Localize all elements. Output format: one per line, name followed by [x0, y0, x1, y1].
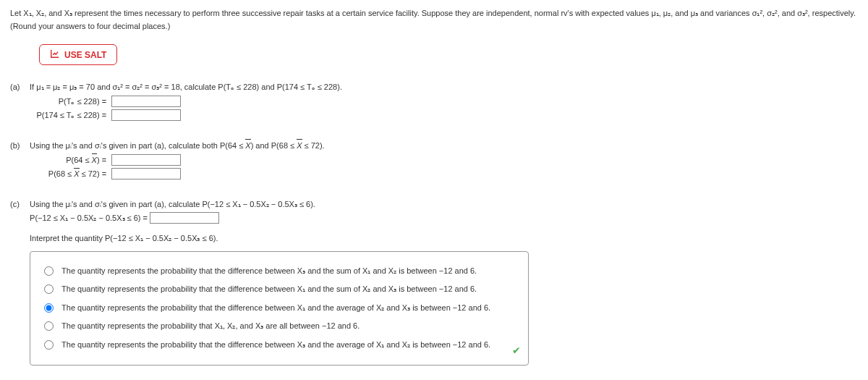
radio-5[interactable]	[44, 340, 54, 350]
part-c-stem: Using the μᵢ's and σᵢ's given in part (a…	[30, 198, 856, 211]
radio-text-2: The quantity represents the probability …	[61, 283, 518, 296]
part-b-eq2-label: P(68 ≤ X ≤ 72) =	[30, 168, 109, 181]
problem-intro: Let X₁, X₂, and X₃ represent the times n…	[10, 7, 858, 33]
part-a-input-2[interactable]	[111, 109, 181, 121]
radio-2[interactable]	[44, 284, 54, 294]
radio-option-4[interactable]: The quantity represents the probability …	[41, 320, 518, 333]
radio-option-2[interactable]: The quantity represents the probability …	[41, 283, 518, 296]
radio-3[interactable]	[44, 303, 54, 313]
radio-option-5[interactable]: The quantity represents the probability …	[41, 339, 518, 352]
part-c-label: (c)	[10, 198, 27, 211]
use-salt-button[interactable]: USE SALT	[39, 44, 117, 65]
radio-text-3: The quantity represents the probability …	[61, 302, 518, 315]
check-icon: ✔	[512, 342, 521, 358]
part-a-label: (a)	[10, 81, 27, 94]
part-b: (b) Using the μᵢ's and σᵢ's given in par…	[10, 140, 858, 182]
part-a-eq1-label: P(Tₒ ≤ 228) =	[30, 96, 109, 109]
radio-text-4: The quantity represents the probability …	[61, 320, 518, 333]
interpretation-options: The quantity represents the probability …	[30, 251, 529, 366]
part-b-input-2[interactable]	[111, 168, 181, 180]
radio-option-1[interactable]: The quantity represents the probability …	[41, 265, 518, 278]
radio-1[interactable]	[44, 266, 54, 276]
part-b-eq1-label: P(64 ≤ X) =	[30, 154, 109, 167]
part-c: (c) Using the μᵢ's and σᵢ's given in par…	[10, 198, 858, 366]
part-a-eq2-label: P(174 ≤ Tₒ ≤ 228) =	[30, 109, 109, 122]
radio-4[interactable]	[44, 321, 54, 331]
part-c-interpret: Interpret the quantity P(−12 ≤ X₁ − 0.5X…	[30, 232, 856, 245]
radio-text-1: The quantity represents the probability …	[61, 265, 518, 278]
part-a-input-1[interactable]	[111, 96, 181, 107]
part-b-label: (b)	[10, 140, 27, 153]
part-b-stem: Using the μᵢ's and σᵢ's given in part (a…	[30, 140, 856, 153]
radio-option-3[interactable]: The quantity represents the probability …	[41, 302, 518, 315]
radio-text-5: The quantity represents the probability …	[61, 339, 518, 352]
salt-icon	[50, 48, 60, 61]
part-c-eq-label: P(−12 ≤ X₁ − 0.5X₂ − 0.5X₃ ≤ 6) =	[30, 214, 148, 222]
part-c-input[interactable]	[150, 212, 219, 224]
part-a-stem: If μ₁ = μ₂ = μ₃ = 70 and σ₁² = σ₂² = σ₃²…	[30, 81, 856, 94]
part-b-input-1[interactable]	[111, 154, 181, 166]
part-a: (a) If μ₁ = μ₂ = μ₃ = 70 and σ₁² = σ₂² =…	[10, 81, 858, 124]
salt-label: USE SALT	[64, 50, 106, 60]
